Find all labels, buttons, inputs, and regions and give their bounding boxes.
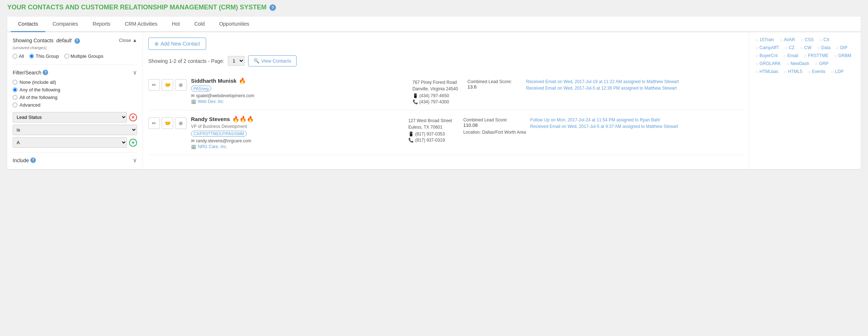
tag-item-cx[interactable]: ◇CX bbox=[817, 36, 832, 43]
contact-2-activity-1: Follow Up on Mon, 2017-Jul-24 at 11:54 P… bbox=[530, 117, 743, 122]
radio-all[interactable]: All bbox=[13, 53, 24, 59]
contact-1-actions: ✏ 🤝 ⊕ bbox=[148, 77, 187, 91]
contact-2-activity-2: Received Email on Wed, 2017-Jul-5 at 9:3… bbox=[530, 124, 743, 129]
contact-2-actions: ✏ 🤝 ⊕ bbox=[148, 116, 187, 129]
contact-2-handshake-button[interactable]: 🤝 bbox=[162, 117, 173, 129]
include-help-icon[interactable]: ? bbox=[30, 158, 36, 163]
tag-item-ldp[interactable]: ◇LDP bbox=[829, 68, 846, 75]
filter-field-select[interactable]: Lead Status bbox=[13, 112, 127, 122]
tag-item-dip[interactable]: ◇DIP bbox=[834, 44, 850, 51]
filter-value-select[interactable]: A bbox=[13, 137, 127, 148]
contact-2-phone2: 📞 (817) 937-0319 bbox=[408, 138, 459, 143]
contact-2-phone1: 📱 (817) 937-0353 bbox=[408, 132, 459, 137]
tag-item-grolark[interactable]: ◇GROLARK bbox=[753, 60, 783, 67]
contact-2-location: Location: Dallas/Fort Worth Area bbox=[463, 130, 526, 135]
close-button[interactable]: Close ▲ bbox=[119, 38, 137, 43]
filter-operator-select[interactable]: is bbox=[13, 125, 137, 135]
page-select[interactable]: 1 bbox=[228, 56, 244, 66]
contact-1-add-button[interactable]: ⊕ bbox=[175, 79, 187, 91]
filter-radios: None (include all) Any of the following … bbox=[13, 79, 137, 108]
contact-card-2: ✏ 🤝 ⊕ Randy Stevens 🔥🔥🔥 VP of Business D… bbox=[148, 110, 743, 155]
showing-help-icon[interactable]: ? bbox=[75, 38, 80, 44]
contact-1-activity: Received Email on Wed, 2017-Jul-19 at 11… bbox=[526, 77, 744, 92]
contact-1-activity-2: Received Email on Wed, 2017-Jul-5 at 12:… bbox=[526, 86, 744, 91]
tag-item-avar[interactable]: ◇AVAR bbox=[778, 36, 797, 43]
contact-1-phone2: 📞 (434) 797-4300 bbox=[413, 99, 463, 104]
tag-item-cz[interactable]: ◇CZ bbox=[783, 44, 797, 51]
tag-item-cw[interactable]: ◇CW bbox=[798, 44, 814, 51]
filter-title: Filter/Search ? bbox=[13, 70, 48, 76]
contact-1-info: Siddharth Munisk 🔥 PAS/seg ✉ spatel@webd… bbox=[191, 77, 408, 104]
contact-1-edit-button[interactable]: ✏ bbox=[148, 79, 160, 91]
contact-2-title: VP of Business Development bbox=[191, 124, 404, 129]
unsaved-changes: (unsaved changes) bbox=[13, 46, 137, 50]
tag-item-campafft[interactable]: ◇CampAffT bbox=[753, 44, 781, 51]
tag-item-htmlbas[interactable]: ◇HTMLbas bbox=[753, 68, 780, 75]
tags-panel: ◇15Train◇AVAR◇CSS◇CX◇CampAffT◇CZ◇CW◇Data… bbox=[749, 32, 861, 169]
tab-hot[interactable]: Hot bbox=[165, 17, 187, 32]
include-chevron[interactable]: ∨ bbox=[133, 157, 137, 164]
contact-1-handshake-button[interactable]: 🤝 bbox=[162, 79, 173, 91]
tabs-bar: Contacts Companies Reports CRM Activitie… bbox=[7, 17, 861, 32]
contact-1-address: 767 Piney Forest Road Danville, Virginia… bbox=[413, 77, 463, 104]
contact-2-activity: Follow Up on Mon, 2017-Jul-24 at 11:54 P… bbox=[530, 116, 743, 130]
tag-item-15train[interactable]: ◇15Train bbox=[753, 36, 776, 43]
include-title: Include ? bbox=[13, 158, 36, 163]
tag-item-html5[interactable]: ◇HTML5 bbox=[782, 68, 804, 75]
tag-item-grp[interactable]: ◇GRP bbox=[813, 60, 831, 67]
include-section: Include ? ∨ bbox=[13, 152, 137, 164]
tab-companies[interactable]: Companies bbox=[45, 17, 85, 32]
tag-item-buyercnt[interactable]: ◇BuyerCnt bbox=[753, 52, 780, 59]
tab-crm-activities[interactable]: CRM Activities bbox=[118, 17, 165, 32]
filter-chevron[interactable]: ∨ bbox=[133, 69, 137, 76]
filter-help-icon[interactable]: ? bbox=[43, 70, 48, 75]
contact-2-add-button[interactable]: ⊕ bbox=[175, 117, 187, 129]
filter-section: Filter/Search ? ∨ None (include all) Any… bbox=[13, 64, 137, 148]
contact-1-activity-1: Received Email on Wed, 2017-Jul-19 at 11… bbox=[526, 79, 744, 84]
contact-1-name: Siddharth Munisk 🔥 bbox=[191, 77, 408, 84]
filter-value-row: A + bbox=[13, 137, 137, 148]
filter-radio-any[interactable]: Any of the following bbox=[13, 87, 137, 92]
help-icon[interactable]: ? bbox=[269, 4, 276, 11]
tab-opportunities[interactable]: Opportunities bbox=[212, 17, 256, 32]
sidebar: Showing Contacts default ? Close ▲ (unsa… bbox=[7, 32, 143, 169]
filter-radio-advanced[interactable]: Advanced bbox=[13, 102, 137, 108]
toolbar: ⊕ Add New Contact bbox=[148, 38, 743, 50]
add-contact-button[interactable]: ⊕ Add New Contact bbox=[148, 38, 206, 50]
tag-item-email[interactable]: ◇Email bbox=[781, 52, 800, 59]
tag-item-css[interactable]: ◇CSS bbox=[799, 36, 816, 43]
contact-2-info: Randy Stevens 🔥🔥🔥 VP of Business Develop… bbox=[191, 116, 404, 149]
radio-this-group[interactable]: This Group bbox=[29, 53, 59, 59]
tab-contacts[interactable]: Contacts bbox=[11, 17, 45, 32]
contact-2-address: 127 West Broad Street Euless, TX 70601 📱… bbox=[408, 116, 459, 143]
results-text: Showing 1-2 of 2 contacts - Page: bbox=[148, 58, 224, 64]
contact-1-company[interactable]: 🏢 Web Dev. Inc bbox=[191, 99, 408, 104]
contact-2-score: Combined Lead Score: 110.08 Location: Da… bbox=[463, 116, 526, 135]
remove-filter-button[interactable]: × bbox=[129, 113, 137, 121]
tag-item-data[interactable]: ◇Data bbox=[815, 44, 833, 51]
filter-operator-row: is bbox=[13, 125, 137, 135]
main-content: ⊕ Add New Contact Showing 1-2 of 2 conta… bbox=[143, 32, 749, 169]
add-filter-button[interactable]: + bbox=[129, 139, 137, 147]
contact-2-company[interactable]: 🏢 NRG Care, Inc. bbox=[191, 144, 404, 149]
showing-label: Showing Contacts default ? bbox=[13, 38, 80, 43]
tag-item-frsttme[interactable]: ◇FRSTTME bbox=[802, 52, 831, 59]
tab-cold[interactable]: Cold bbox=[187, 17, 212, 32]
view-contacts-button[interactable]: 🔍 View Contacts bbox=[248, 55, 297, 66]
contact-2-tag[interactable]: CX/FRSTTME/LP/PAS/SMM bbox=[191, 131, 247, 137]
filter-field-row: Lead Status × bbox=[13, 112, 137, 122]
tag-item-events[interactable]: ◇Events bbox=[806, 68, 827, 75]
contact-1-tag[interactable]: PAS/seg bbox=[191, 86, 211, 91]
contact-2-email: ✉ randy.stevens@nrgcare.com bbox=[191, 138, 404, 143]
contact-2-name: Randy Stevens 🔥🔥🔥 bbox=[191, 116, 404, 122]
tag-item-newdash[interactable]: ◇NewDash bbox=[784, 60, 812, 67]
contact-2-edit-button[interactable]: ✏ bbox=[148, 117, 160, 129]
radio-multiple-groups[interactable]: Multiple Groups bbox=[64, 53, 103, 59]
results-bar: Showing 1-2 of 2 contacts - Page: 1 🔍 Vi… bbox=[148, 55, 743, 66]
filter-radio-none[interactable]: None (include all) bbox=[13, 79, 137, 85]
tab-reports[interactable]: Reports bbox=[85, 17, 118, 32]
contact-1-phone1: 📱 (434) 797-4650 bbox=[413, 93, 463, 98]
tag-item-grbm[interactable]: ◇GRBM bbox=[832, 52, 854, 59]
contact-card-1: ✏ 🤝 ⊕ Siddharth Munisk 🔥 PAS/seg bbox=[148, 72, 743, 110]
filter-radio-all[interactable]: All of the following bbox=[13, 95, 137, 100]
